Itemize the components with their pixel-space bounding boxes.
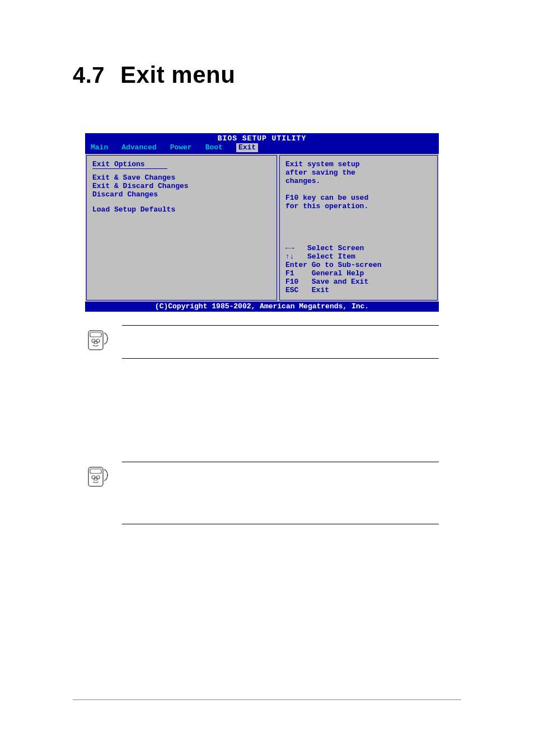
menu-item-exit-save[interactable]: Exit & Save Changes [92,173,271,182]
tab-power[interactable]: Power [170,143,192,152]
section-number: 4.7 [73,63,105,87]
svg-rect-7 [90,469,101,473]
svg-point-8 [92,476,95,479]
robot-icon [85,462,111,491]
note-callout-2 [85,462,439,524]
page: 4.7Exit menu BIOS SETUP UTILITY Main Adv… [0,0,534,756]
section-title: Exit menu [120,62,235,88]
bios-screenshot: BIOS SETUP UTILITY Main Advanced Power B… [85,133,439,312]
svg-rect-0 [88,331,103,350]
bios-right-panel: Exit system setup after saving the chang… [279,155,438,300]
svg-point-3 [96,339,100,342]
page-footer-rule [73,699,461,700]
svg-rect-1 [90,332,101,337]
menu-item-load-defaults[interactable]: Load Setup Defaults [92,205,271,214]
svg-point-11 [107,475,108,476]
section-heading: 4.7Exit menu [73,62,461,88]
robot-icon [85,325,111,354]
note-text-2 [122,462,439,524]
tab-main[interactable]: Main [91,143,108,152]
svg-point-2 [92,339,95,342]
svg-rect-6 [88,467,103,486]
bios-title: BIOS SETUP UTILITY [85,133,439,143]
menu-item-discard[interactable]: Discard Changes [92,190,271,199]
svg-point-5 [107,338,108,339]
tab-exit[interactable]: Exit [236,143,258,152]
bios-left-panel: Exit Options Exit & Save Changes Exit & … [86,155,277,300]
svg-point-9 [96,476,100,479]
bios-help-text: Exit system setup after saving the chang… [285,160,432,210]
menu-item-exit-discard[interactable]: Exit & Discard Changes [92,182,271,190]
bios-menubar: Main Advanced Power Boot Exit [85,143,439,153]
note-callout-1 [85,325,439,359]
tab-boot[interactable]: Boot [205,143,223,152]
bios-footer: (C)Copyright 1985-2002, American Megatre… [85,302,439,312]
bios-body: Exit Options Exit & Save Changes Exit & … [85,153,439,302]
tab-advanced[interactable]: Advanced [121,143,156,152]
exit-options-label: Exit Options [92,160,167,169]
bios-key-hints: ←→ Select Screen ↑↓ Select Item Enter Go… [285,244,432,294]
note-text-1 [122,325,439,359]
